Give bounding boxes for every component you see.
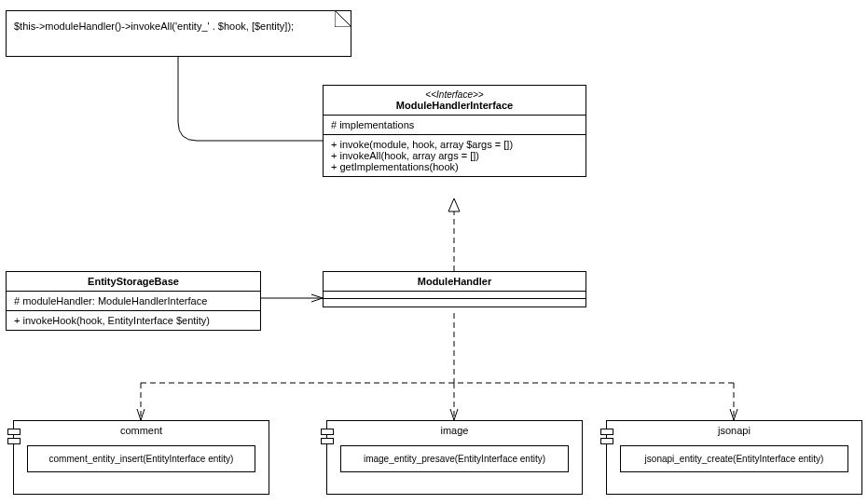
modulehandler-operations <box>324 299 586 306</box>
component-lug-icon <box>7 429 21 435</box>
entitystoragebase-name: EntityStorageBase <box>88 276 179 287</box>
interface-header: <<Interface>> ModuleHandlerInterface <box>324 86 586 116</box>
interface-stereotype: <<Interface>> <box>331 89 578 100</box>
entitystoragebase-header: EntityStorageBase <box>7 272 260 292</box>
uml-class-entitystoragebase: EntityStorageBase # moduleHandler: Modul… <box>6 271 261 331</box>
entitystoragebase-operations: + invokeHook(hook, EntityInterface $enti… <box>7 311 260 330</box>
component-image-name: image <box>327 421 582 442</box>
uml-interface-modulehandlerinterface: <<Interface>> ModuleHandlerInterface # i… <box>323 85 586 177</box>
modulehandler-header: ModuleHandler <box>324 272 586 292</box>
component-comment-name: comment <box>14 421 269 442</box>
component-image-fn: image_entity_presave(EntityInterface ent… <box>340 445 569 472</box>
interface-op2: + invokeAll(hook, array args = []) <box>331 150 578 161</box>
component-lug-icon <box>7 438 21 444</box>
entitystoragebase-attributes: # moduleHandler: ModuleHandlerInterface <box>7 292 260 311</box>
component-jsonapi-name: jsonapi <box>607 421 861 442</box>
uml-note: $this->moduleHandler()->invokeAll('entit… <box>6 10 351 57</box>
entitystoragebase-op: + invokeHook(hook, EntityInterface $enti… <box>14 315 253 326</box>
component-jsonapi: jsonapi jsonapi_entity_create(EntityInte… <box>606 420 862 495</box>
interface-operations: + invoke(module, hook, array $args = [])… <box>324 135 586 176</box>
interface-op3: + getImplementations(hook) <box>331 161 578 172</box>
interface-attributes: # implementations <box>324 116 586 135</box>
component-comment: comment comment_entity_insert(EntityInte… <box>13 420 269 495</box>
interface-attr: # implementations <box>331 119 578 130</box>
note-text: $this->moduleHandler()->invokeAll('entit… <box>14 20 294 32</box>
component-lug-icon <box>600 438 613 444</box>
component-image: image image_entity_presave(EntityInterfa… <box>326 420 583 495</box>
modulehandler-name: ModuleHandler <box>418 276 491 287</box>
note-fold-icon <box>335 10 351 27</box>
component-lug-icon <box>321 438 334 444</box>
component-lug-icon <box>600 429 613 435</box>
component-lug-icon <box>321 429 334 435</box>
interface-op1: + invoke(module, hook, array $args = []) <box>331 139 578 150</box>
modulehandler-attributes <box>324 292 586 299</box>
component-jsonapi-fn: jsonapi_entity_create(EntityInterface en… <box>620 445 848 472</box>
uml-class-modulehandler: ModuleHandler <box>323 271 586 307</box>
entitystoragebase-attr: # moduleHandler: ModuleHandlerInterface <box>14 295 253 306</box>
interface-name: ModuleHandlerInterface <box>331 100 578 111</box>
component-comment-fn: comment_entity_insert(EntityInterface en… <box>27 445 255 472</box>
